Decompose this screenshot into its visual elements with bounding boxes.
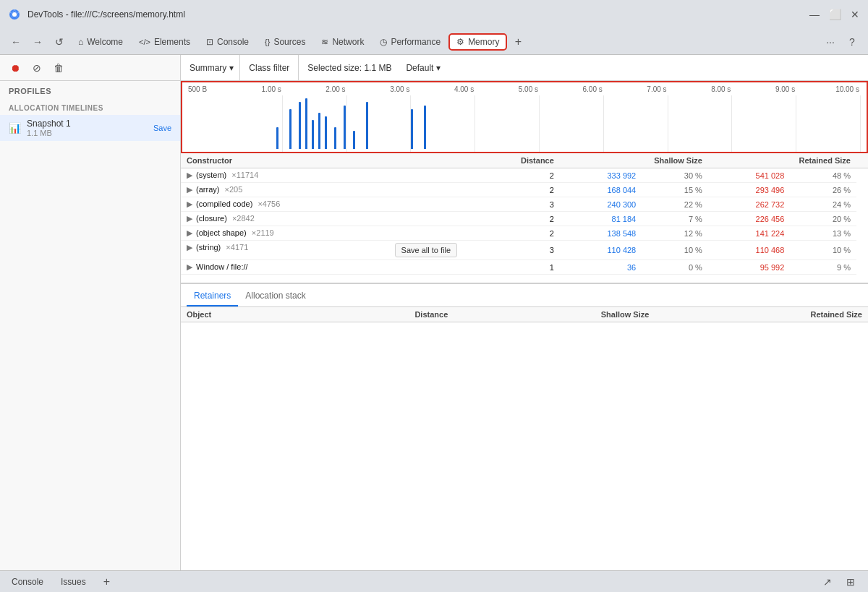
maximize-button[interactable]: ⬜ xyxy=(830,10,839,19)
summary-select[interactable]: Summary ▾ xyxy=(184,55,240,80)
timeline-label: 5.00 s xyxy=(475,85,540,93)
add-tab-icon[interactable]: + xyxy=(103,575,110,588)
add-tab-button[interactable]: + xyxy=(508,32,528,52)
retained-size-cell: 293 496 xyxy=(708,183,790,197)
table-row[interactable]: ▶ (compiled code) ×4756 3240 30022 %262 … xyxy=(181,197,868,212)
shallow-size-cell: 81 184 xyxy=(560,212,642,226)
timeline-label: 9.00 s xyxy=(732,85,796,93)
window-controls: — ⬜ ✕ xyxy=(810,10,859,19)
status-icons: ↗ ⊞ xyxy=(819,573,859,591)
timeline-label: 4.00 s xyxy=(411,85,475,93)
timeline-bar xyxy=(289,109,292,149)
tab-network[interactable]: ≋ Network xyxy=(314,34,371,50)
default-selector[interactable]: Default ▾ xyxy=(400,60,446,76)
timeline-bar xyxy=(305,98,307,149)
class-filter[interactable]: Class filter xyxy=(240,55,299,80)
constructor-table: Constructor Distance Shallow Size Retain… xyxy=(181,153,868,283)
expand-arrow[interactable]: ▶ xyxy=(187,171,192,179)
clear-button[interactable]: 🗑 xyxy=(49,59,68,77)
shallow-pct-cell: 22 % xyxy=(642,197,708,212)
snapshot-name: Snapshot 1 xyxy=(27,119,148,129)
distance-cell: 2 xyxy=(469,226,560,241)
devtools-icon xyxy=(9,9,20,20)
constructor-cell: ▶ (system) ×11714 xyxy=(181,168,469,183)
tab-console-label: Console xyxy=(217,37,249,47)
expand-arrow[interactable]: ▶ xyxy=(187,214,192,223)
table-row[interactable]: ▶ (object shape) ×2119 2138 54812 %141 2… xyxy=(181,226,868,241)
content-area: Summary ▾ Class filter Selected size: 1.… xyxy=(181,55,868,570)
constructor-cell: ▶ (array) ×205 xyxy=(181,183,469,197)
stop-button[interactable]: ⊘ xyxy=(27,59,46,77)
snapshot-size: 1.1 MB xyxy=(27,129,148,137)
timeline-label: 7.00 s xyxy=(604,85,668,93)
sidebar-toolbar: ⏺ ⊘ 🗑 xyxy=(0,55,180,81)
tab-elements[interactable]: </> Elements xyxy=(132,34,197,50)
tab-welcome[interactable]: ⌂ Welcome xyxy=(71,34,130,50)
tab-retainers[interactable]: Retainers xyxy=(187,286,238,306)
timeline-label: 8.00 s xyxy=(668,85,733,93)
refresh-button[interactable]: ↺ xyxy=(49,32,69,52)
bottom-col-distance: Distance xyxy=(303,307,454,322)
status-tab-console[interactable]: Console xyxy=(9,575,46,588)
save-all-button[interactable]: Save all to file xyxy=(395,243,457,257)
close-button[interactable]: ✕ xyxy=(851,10,859,19)
distance-cell: 2 xyxy=(469,212,560,226)
dock-icon[interactable]: ↗ xyxy=(819,573,836,591)
constructor-cell: ▶ (compiled code) ×4756 xyxy=(181,197,469,212)
tab-sources[interactable]: {} Sources xyxy=(258,34,312,50)
tab-memory-label: Memory xyxy=(468,37,499,47)
performance-icon: ◷ xyxy=(380,37,387,47)
col-scroll xyxy=(856,153,868,168)
home-icon: ⌂ xyxy=(78,37,83,47)
timeline-chart[interactable]: 500 B 1.00 s2.00 s3.00 s4.00 s5.00 s6.00… xyxy=(181,81,868,153)
timeline-label: 6.00 s xyxy=(540,85,604,93)
snapshot-item[interactable]: 📊 Snapshot 1 1.1 MB Save xyxy=(0,115,180,141)
shallow-size-cell: 138 548 xyxy=(560,226,642,241)
expand-arrow[interactable]: ▶ xyxy=(187,228,192,237)
retained-pct-cell: 9 % xyxy=(790,260,856,275)
shallow-pct-cell: 0 % xyxy=(642,260,708,275)
distance-cell: 3 xyxy=(469,241,560,260)
more-tabs-button[interactable]: ··· xyxy=(820,32,841,52)
main-area: ⏺ ⊘ 🗑 Profiles ALLOCATION TIMELINES 📊 Sn… xyxy=(0,55,868,570)
layout-icon[interactable]: ⊞ xyxy=(842,573,859,591)
selected-size-label: Selected size: 1.1 MB xyxy=(307,63,391,73)
back-button[interactable]: ← xyxy=(6,32,26,52)
help-button[interactable]: ? xyxy=(842,32,862,52)
save-link[interactable]: Save xyxy=(153,124,171,132)
retained-pct-cell: 24 % xyxy=(790,197,856,212)
title-bar: DevTools - file:///C:/screens/memory.htm… xyxy=(0,0,868,29)
table-row[interactable]: ▶ Window / file:// 1360 %95 9929 % xyxy=(181,260,868,275)
forward-button[interactable]: → xyxy=(27,32,48,52)
retained-pct-cell: 20 % xyxy=(790,212,856,226)
shallow-pct-cell: 30 % xyxy=(642,168,708,183)
shallow-size-cell: 333 992 xyxy=(560,168,642,183)
network-icon: ≋ xyxy=(321,37,328,47)
table-row[interactable]: ▶ (string) ×4171 Save all to file 3110 4… xyxy=(181,241,868,260)
summary-dropdown-icon: ▾ xyxy=(229,63,234,73)
tab-performance[interactable]: ◷ Performance xyxy=(373,34,448,50)
minimize-button[interactable]: — xyxy=(810,10,819,19)
bottom-col-object: Object xyxy=(181,307,303,322)
table-row[interactable]: ▶ (system) ×11714 2333 99230 %541 02848 … xyxy=(181,168,868,183)
elements-icon: </> xyxy=(139,38,150,46)
distance-cell: 2 xyxy=(469,168,560,183)
status-tab-issues[interactable]: Issues xyxy=(58,575,89,588)
constructor-name: (object shape) xyxy=(196,228,247,237)
table-row[interactable]: ▶ (array) ×205 2168 04415 %293 49626 % xyxy=(181,183,868,197)
expand-arrow[interactable]: ▶ xyxy=(187,262,192,271)
tab-memory[interactable]: ⚙ Memory xyxy=(449,34,506,50)
selected-size: Selected size: 1.1 MB xyxy=(299,60,400,76)
expand-arrow[interactable]: ▶ xyxy=(187,200,192,208)
tab-console[interactable]: ⊡ Console xyxy=(199,34,256,50)
expand-arrow[interactable]: ▶ xyxy=(187,185,192,194)
profiles-label: Profiles xyxy=(0,81,180,101)
shallow-pct-cell: 10 % xyxy=(642,241,708,260)
expand-arrow[interactable]: ▶ xyxy=(187,243,192,252)
col-constructor: Constructor xyxy=(181,153,469,168)
tab-allocation-stack[interactable]: Allocation stack xyxy=(238,286,312,306)
record-button[interactable]: ⏺ xyxy=(6,59,25,77)
table-row[interactable]: ▶ (closure) ×2842 281 1847 %226 45620 % xyxy=(181,212,868,226)
shallow-size-cell: 110 428 xyxy=(560,241,642,260)
distance-cell: 3 xyxy=(469,197,560,212)
